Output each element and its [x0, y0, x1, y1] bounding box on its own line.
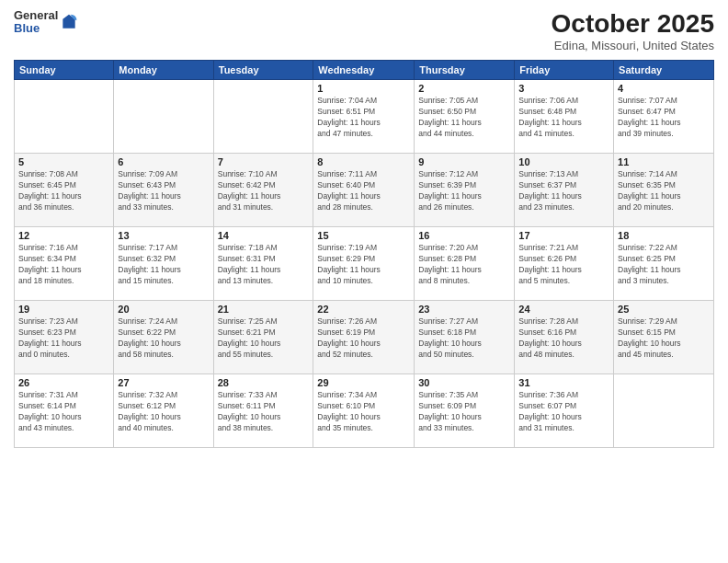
day-number: 16: [418, 230, 510, 241]
day-number: 28: [218, 377, 310, 388]
logo-general: General: [14, 9, 58, 22]
day-info: Sunrise: 7:09 AMSunset: 6:43 PMDaylight:…: [118, 169, 209, 213]
day-number: 24: [518, 304, 609, 315]
day-number: 25: [618, 304, 710, 315]
day-info: Sunrise: 7:35 AMSunset: 6:09 PMDaylight:…: [418, 390, 510, 434]
col-wednesday: Wednesday: [313, 61, 415, 80]
day-info: Sunrise: 7:07 AMSunset: 6:47 PMDaylight:…: [618, 96, 710, 140]
day-number: 3: [518, 83, 609, 94]
table-row: 30Sunrise: 7:35 AMSunset: 6:09 PMDayligh…: [415, 374, 515, 448]
day-info: Sunrise: 7:04 AMSunset: 6:51 PMDaylight:…: [317, 96, 410, 140]
table-row: [15, 80, 114, 154]
day-info: Sunrise: 7:10 AMSunset: 6:42 PMDaylight:…: [218, 169, 310, 213]
table-row: 9Sunrise: 7:12 AMSunset: 6:39 PMDaylight…: [415, 154, 515, 227]
day-info: Sunrise: 7:29 AMSunset: 6:15 PMDaylight:…: [618, 316, 710, 361]
day-number: 26: [18, 377, 109, 388]
day-info: Sunrise: 7:32 AMSunset: 6:12 PMDaylight:…: [118, 390, 209, 434]
table-row: 15Sunrise: 7:19 AMSunset: 6:29 PMDayligh…: [313, 227, 415, 301]
table-row: [114, 80, 213, 154]
table-row: 20Sunrise: 7:24 AMSunset: 6:22 PMDayligh…: [114, 301, 213, 374]
day-info: Sunrise: 7:17 AMSunset: 6:32 PMDaylight:…: [118, 243, 209, 287]
table-row: 18Sunrise: 7:22 AMSunset: 6:25 PMDayligh…: [614, 227, 714, 301]
day-number: 5: [18, 156, 109, 167]
day-info: Sunrise: 7:14 AMSunset: 6:35 PMDaylight:…: [618, 169, 710, 213]
day-info: Sunrise: 7:27 AMSunset: 6:18 PMDaylight:…: [418, 316, 510, 361]
calendar-week-row: 19Sunrise: 7:23 AMSunset: 6:23 PMDayligh…: [15, 301, 714, 374]
day-number: 14: [218, 230, 310, 241]
table-row: 14Sunrise: 7:18 AMSunset: 6:31 PMDayligh…: [213, 227, 313, 301]
day-number: 21: [218, 304, 310, 315]
col-tuesday: Tuesday: [213, 61, 313, 80]
day-number: 12: [18, 230, 109, 241]
day-info: Sunrise: 7:23 AMSunset: 6:23 PMDaylight:…: [18, 316, 109, 361]
day-info: Sunrise: 7:08 AMSunset: 6:45 PMDaylight:…: [18, 169, 109, 213]
table-row: 26Sunrise: 7:31 AMSunset: 6:14 PMDayligh…: [15, 374, 114, 448]
calendar-week-row: 26Sunrise: 7:31 AMSunset: 6:14 PMDayligh…: [15, 374, 714, 448]
day-number: 18: [618, 230, 710, 241]
day-info: Sunrise: 7:19 AMSunset: 6:29 PMDaylight:…: [317, 243, 410, 287]
day-info: Sunrise: 7:34 AMSunset: 6:10 PMDaylight:…: [317, 390, 410, 434]
day-number: 27: [118, 377, 209, 388]
calendar-week-row: 5Sunrise: 7:08 AMSunset: 6:45 PMDaylight…: [15, 154, 714, 227]
day-info: Sunrise: 7:28 AMSunset: 6:16 PMDaylight:…: [518, 316, 609, 361]
header: General Blue October 2025 Edina, Missour…: [14, 9, 714, 52]
day-number: 15: [317, 230, 410, 241]
col-sunday: Sunday: [15, 61, 114, 80]
logo-icon: [60, 13, 78, 31]
day-number: 17: [518, 230, 609, 241]
logo-text: General Blue: [14, 9, 58, 36]
calendar-week-row: 1Sunrise: 7:04 AMSunset: 6:51 PMDaylight…: [15, 80, 714, 154]
day-number: 2: [418, 83, 510, 94]
day-number: 4: [618, 83, 710, 94]
day-info: Sunrise: 7:06 AMSunset: 6:48 PMDaylight:…: [518, 96, 609, 140]
table-row: 31Sunrise: 7:36 AMSunset: 6:07 PMDayligh…: [515, 374, 614, 448]
day-info: Sunrise: 7:24 AMSunset: 6:22 PMDaylight:…: [118, 316, 209, 361]
col-friday: Friday: [515, 61, 614, 80]
day-number: 8: [317, 156, 410, 167]
day-number: 13: [118, 230, 209, 241]
table-row: 5Sunrise: 7:08 AMSunset: 6:45 PMDaylight…: [15, 154, 114, 227]
calendar: Sunday Monday Tuesday Wednesday Thursday…: [14, 60, 714, 448]
day-info: Sunrise: 7:20 AMSunset: 6:28 PMDaylight:…: [418, 243, 510, 287]
month-title: October 2025: [552, 9, 714, 39]
col-thursday: Thursday: [415, 61, 515, 80]
day-number: 30: [418, 377, 510, 388]
title-block: October 2025 Edina, Missouri, United Sta…: [552, 9, 714, 52]
table-row: 2Sunrise: 7:05 AMSunset: 6:50 PMDaylight…: [415, 80, 515, 154]
table-row: 6Sunrise: 7:09 AMSunset: 6:43 PMDaylight…: [114, 154, 213, 227]
page-container: General Blue October 2025 Edina, Missour…: [0, 0, 728, 563]
table-row: 25Sunrise: 7:29 AMSunset: 6:15 PMDayligh…: [614, 301, 714, 374]
table-row: 16Sunrise: 7:20 AMSunset: 6:28 PMDayligh…: [415, 227, 515, 301]
table-row: 19Sunrise: 7:23 AMSunset: 6:23 PMDayligh…: [15, 301, 114, 374]
day-number: 7: [218, 156, 310, 167]
table-row: 13Sunrise: 7:17 AMSunset: 6:32 PMDayligh…: [114, 227, 213, 301]
table-row: 22Sunrise: 7:26 AMSunset: 6:19 PMDayligh…: [313, 301, 415, 374]
location: Edina, Missouri, United States: [552, 39, 714, 52]
day-number: 9: [418, 156, 510, 167]
table-row: 24Sunrise: 7:28 AMSunset: 6:16 PMDayligh…: [515, 301, 614, 374]
day-info: Sunrise: 7:16 AMSunset: 6:34 PMDaylight:…: [18, 243, 109, 287]
logo-blue: Blue: [14, 22, 58, 35]
calendar-week-row: 12Sunrise: 7:16 AMSunset: 6:34 PMDayligh…: [15, 227, 714, 301]
col-monday: Monday: [114, 61, 213, 80]
day-info: Sunrise: 7:12 AMSunset: 6:39 PMDaylight:…: [418, 169, 510, 213]
table-row: 10Sunrise: 7:13 AMSunset: 6:37 PMDayligh…: [515, 154, 614, 227]
day-info: Sunrise: 7:13 AMSunset: 6:37 PMDaylight:…: [518, 169, 609, 213]
table-row: 7Sunrise: 7:10 AMSunset: 6:42 PMDaylight…: [213, 154, 313, 227]
table-row: 3Sunrise: 7:06 AMSunset: 6:48 PMDaylight…: [515, 80, 614, 154]
table-row: 8Sunrise: 7:11 AMSunset: 6:40 PMDaylight…: [313, 154, 415, 227]
table-row: 23Sunrise: 7:27 AMSunset: 6:18 PMDayligh…: [415, 301, 515, 374]
table-row: 1Sunrise: 7:04 AMSunset: 6:51 PMDaylight…: [313, 80, 415, 154]
day-info: Sunrise: 7:11 AMSunset: 6:40 PMDaylight:…: [317, 169, 410, 213]
table-row: 21Sunrise: 7:25 AMSunset: 6:21 PMDayligh…: [213, 301, 313, 374]
table-row: [614, 374, 714, 448]
day-info: Sunrise: 7:25 AMSunset: 6:21 PMDaylight:…: [218, 316, 310, 361]
table-row: 11Sunrise: 7:14 AMSunset: 6:35 PMDayligh…: [614, 154, 714, 227]
table-row: [213, 80, 313, 154]
day-info: Sunrise: 7:33 AMSunset: 6:11 PMDaylight:…: [218, 390, 310, 434]
day-number: 1: [317, 83, 410, 94]
day-number: 6: [118, 156, 209, 167]
day-info: Sunrise: 7:21 AMSunset: 6:26 PMDaylight:…: [518, 243, 609, 287]
table-row: 28Sunrise: 7:33 AMSunset: 6:11 PMDayligh…: [213, 374, 313, 448]
table-row: 17Sunrise: 7:21 AMSunset: 6:26 PMDayligh…: [515, 227, 614, 301]
